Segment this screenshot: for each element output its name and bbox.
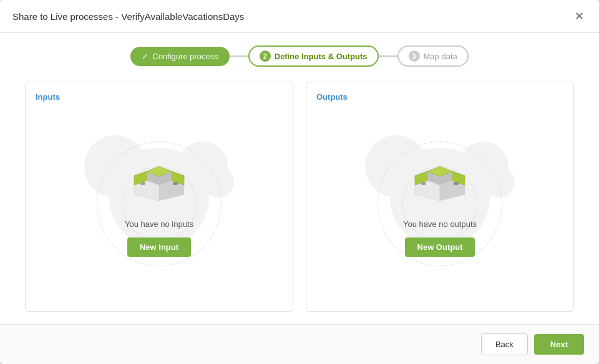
dialog-header: Share to Live processes - VerifyAvailabl… xyxy=(0,0,599,33)
dialog: Share to Live processes - VerifyAvailabl… xyxy=(0,0,599,364)
svg-rect-7 xyxy=(173,182,178,185)
checkmark-icon: ✓ xyxy=(142,52,149,61)
dialog-footer: Back Next xyxy=(0,324,599,364)
svg-rect-14 xyxy=(421,182,426,185)
step2-number: 2 xyxy=(260,50,271,62)
step3-label: Map data xyxy=(424,52,457,61)
panels-row: Inputs xyxy=(25,82,574,312)
outputs-box-illustration xyxy=(406,151,474,209)
next-button[interactable]: Next xyxy=(534,334,584,355)
bg-circle xyxy=(203,166,234,198)
step-define: 2 Define Inputs & Outputs xyxy=(248,46,379,67)
step2-label: Define Inputs & Outputs xyxy=(275,52,368,61)
bg-circle xyxy=(484,166,515,198)
step-connector-2 xyxy=(379,55,397,57)
svg-rect-6 xyxy=(140,182,145,185)
inputs-panel-title: Inputs xyxy=(36,92,60,102)
dialog-body: ✓ Configure process 2 Define Inputs & Ou… xyxy=(0,33,599,324)
dialog-title: Share to Live processes - VerifyAvailabl… xyxy=(12,11,244,22)
new-output-button[interactable]: New Output xyxy=(405,237,475,257)
new-input-button[interactable]: New Input xyxy=(127,237,191,257)
step1-label: Configure process xyxy=(152,52,218,61)
close-button[interactable]: ✕ xyxy=(572,9,587,24)
step-configure: ✓ Configure process xyxy=(130,47,230,66)
outputs-panel-title: Outputs xyxy=(316,92,348,102)
inputs-panel: Inputs xyxy=(25,82,293,312)
outputs-panel-content: You have no outputs New Output xyxy=(316,107,563,301)
inputs-box-illustration xyxy=(125,151,193,209)
back-button[interactable]: Back xyxy=(481,333,528,355)
step-connector-1 xyxy=(230,55,248,57)
inputs-empty-message: You have no inputs xyxy=(125,219,193,229)
inputs-panel-content: You have no inputs New Input xyxy=(36,107,283,301)
stepper: ✓ Configure process 2 Define Inputs & Ou… xyxy=(25,46,574,67)
outputs-panel: Outputs xyxy=(306,82,574,312)
svg-rect-15 xyxy=(454,182,459,185)
step-mapdata: 3 Map data xyxy=(397,46,469,67)
outputs-empty-message: You have no outputs xyxy=(403,219,477,229)
step3-number: 3 xyxy=(409,50,420,62)
